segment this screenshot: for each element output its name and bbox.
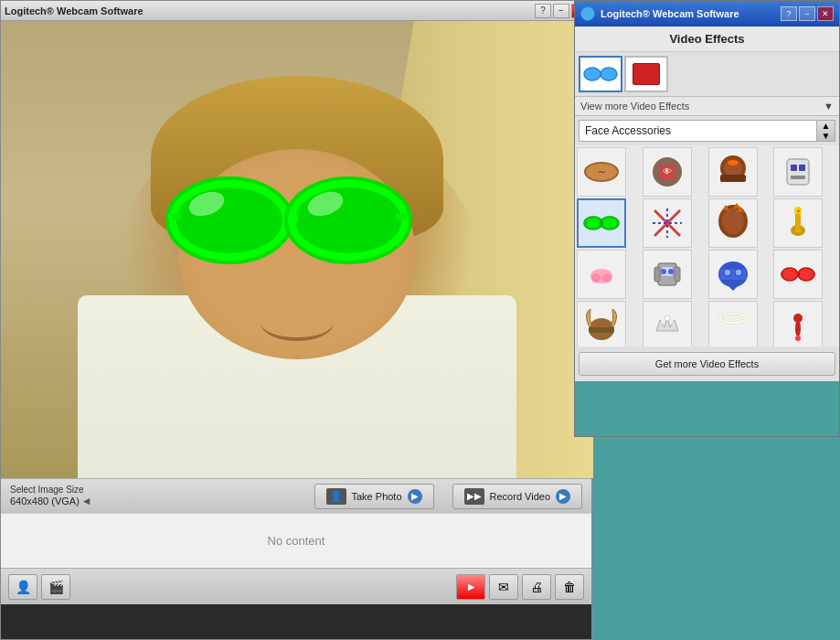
svg-point-20 bbox=[728, 160, 739, 165]
svg-rect-24 bbox=[791, 176, 805, 179]
svg-text:~: ~ bbox=[598, 165, 605, 179]
svg-text:✦: ✦ bbox=[796, 208, 801, 214]
main-titlebar: Logitech® Webcam Software ? − ✕ bbox=[1, 1, 591, 21]
effects-grid: ~ 👁 bbox=[577, 147, 837, 347]
svg-text:👁: 👁 bbox=[663, 166, 672, 176]
video-gallery-button[interactable]: 🎬 bbox=[41, 574, 70, 600]
preview-red-square bbox=[633, 63, 660, 85]
help-button[interactable]: ? bbox=[535, 4, 551, 18]
svg-rect-11 bbox=[600, 72, 601, 76]
effect-item-1[interactable]: ~ bbox=[577, 147, 626, 197]
minimize-button[interactable]: − bbox=[553, 4, 569, 18]
youtube-icon: ▶ bbox=[468, 582, 474, 592]
video-gallery-icon: 🎬 bbox=[48, 580, 64, 594]
get-more-label: Get more Video Effects bbox=[655, 358, 759, 369]
effect-item-8[interactable]: ✦ bbox=[773, 198, 823, 248]
svg-point-35 bbox=[722, 208, 744, 234]
print-icon: 🖨 bbox=[530, 580, 543, 594]
second-titlebar: Logitech® Webcam Software ? − ✕ bbox=[575, 1, 839, 27]
video-effects-title: Video Effects bbox=[669, 32, 744, 46]
take-photo-button[interactable]: 👤 Take Photo ▶ bbox=[314, 484, 434, 509]
effect-item-16[interactable] bbox=[773, 301, 823, 347]
print-button[interactable]: 🖨 bbox=[522, 574, 551, 600]
delete-button[interactable]: 🗑 bbox=[555, 574, 584, 600]
take-photo-label: Take Photo bbox=[352, 491, 402, 502]
svg-point-58 bbox=[798, 268, 814, 281]
svg-rect-22 bbox=[791, 165, 797, 171]
get-more-button[interactable]: Get more Video Effects bbox=[579, 352, 835, 376]
second-window-title-container: Logitech® Webcam Software bbox=[580, 6, 739, 21]
svg-rect-29 bbox=[616, 221, 619, 225]
photo-gallery-icon: 👤 bbox=[16, 580, 31, 594]
toolbar-left: 👤 🎬 bbox=[8, 574, 70, 600]
svg-rect-60 bbox=[781, 272, 783, 276]
preview-item-red[interactable] bbox=[624, 56, 668, 92]
effect-item-4[interactable] bbox=[773, 147, 823, 197]
trash-icon: 🗑 bbox=[563, 580, 576, 594]
svg-point-10 bbox=[601, 68, 617, 80]
effect-item-3[interactable] bbox=[708, 147, 758, 197]
svg-marker-56 bbox=[728, 285, 739, 291]
photo-gallery-button[interactable]: 👤 bbox=[8, 574, 37, 600]
second-help-button[interactable]: ? bbox=[781, 6, 797, 21]
svg-point-55 bbox=[735, 269, 742, 276]
video-effects-header: Video Effects bbox=[575, 27, 839, 52]
main-window: Logitech® Webcam Software ? − ✕ bbox=[0, 0, 592, 640]
effect-item-12[interactable] bbox=[773, 250, 823, 299]
size-value: 640x480 (VGA) bbox=[10, 496, 80, 507]
no-content-label: No content bbox=[268, 534, 325, 548]
svg-point-50 bbox=[661, 269, 666, 274]
size-label: Select Image Size bbox=[10, 485, 92, 495]
effect-item-6[interactable] bbox=[643, 198, 692, 248]
effect-item-2[interactable]: 👁 bbox=[643, 147, 692, 197]
svg-point-57 bbox=[782, 268, 798, 281]
svg-rect-7 bbox=[167, 213, 181, 220]
svg-point-66 bbox=[672, 322, 675, 325]
second-minimize-button[interactable]: − bbox=[799, 6, 815, 21]
effect-item-13[interactable] bbox=[577, 301, 626, 347]
photo-btn-icon: 👤 bbox=[326, 488, 346, 505]
effect-item-14[interactable] bbox=[643, 301, 692, 347]
email-icon: ✉ bbox=[498, 580, 509, 594]
size-controls-bar: Select Image Size 640x480 (VGA) ◄ 👤 Take… bbox=[1, 478, 591, 513]
effect-item-5-selected[interactable] bbox=[577, 198, 626, 248]
video-btn-icon: ▶▶ bbox=[464, 488, 484, 505]
second-close-button[interactable]: ✕ bbox=[817, 6, 834, 21]
svg-point-9 bbox=[584, 68, 601, 80]
view-more-row[interactable]: View more Video Effects ▼ bbox=[575, 97, 839, 116]
svg-rect-27 bbox=[601, 221, 603, 226]
second-window-title: Logitech® Webcam Software bbox=[601, 8, 739, 19]
record-video-arrow-icon: ▶ bbox=[556, 489, 570, 504]
category-dropdown[interactable]: Face Accessories ▲▼ bbox=[579, 120, 835, 142]
effect-item-15[interactable] bbox=[708, 301, 758, 347]
logitech-icon bbox=[580, 6, 595, 21]
effect-item-11[interactable] bbox=[708, 250, 758, 299]
svg-rect-21 bbox=[787, 159, 809, 185]
main-window-title: Logitech® Webcam Software bbox=[5, 5, 144, 16]
preview-item-glasses[interactable] bbox=[579, 56, 622, 92]
effect-item-9[interactable] bbox=[577, 250, 626, 299]
email-button[interactable]: ✉ bbox=[489, 574, 518, 600]
record-video-button[interactable]: ▶▶ Record Video ▶ bbox=[452, 484, 582, 509]
svg-point-3 bbox=[295, 187, 401, 253]
person-smile bbox=[261, 304, 334, 341]
effect-item-10[interactable] bbox=[643, 250, 692, 299]
second-window: Logitech® Webcam Software ? − ✕ Video Ef… bbox=[574, 0, 840, 437]
category-label: Face Accessories bbox=[579, 122, 816, 140]
svg-rect-47 bbox=[654, 267, 660, 282]
svg-rect-4 bbox=[289, 215, 298, 222]
effects-grid-container[interactable]: ~ 👁 bbox=[575, 145, 839, 347]
svg-point-69 bbox=[793, 314, 803, 323]
effect-item-7[interactable] bbox=[708, 198, 758, 248]
svg-point-1 bbox=[176, 187, 282, 253]
green-glasses bbox=[161, 163, 417, 272]
dropdown-arrow-icon[interactable]: ▲▼ bbox=[816, 121, 835, 141]
no-content-area: No content bbox=[1, 513, 591, 568]
webcam-feed bbox=[1, 21, 593, 478]
view-more-arrow-icon: ▼ bbox=[824, 101, 834, 112]
youtube-button[interactable]: ▶ bbox=[456, 574, 485, 600]
svg-rect-61 bbox=[813, 272, 815, 276]
svg-point-44 bbox=[591, 273, 601, 283]
svg-rect-19 bbox=[720, 175, 746, 182]
size-value-row: 640x480 (VGA) ◄ bbox=[10, 495, 92, 507]
